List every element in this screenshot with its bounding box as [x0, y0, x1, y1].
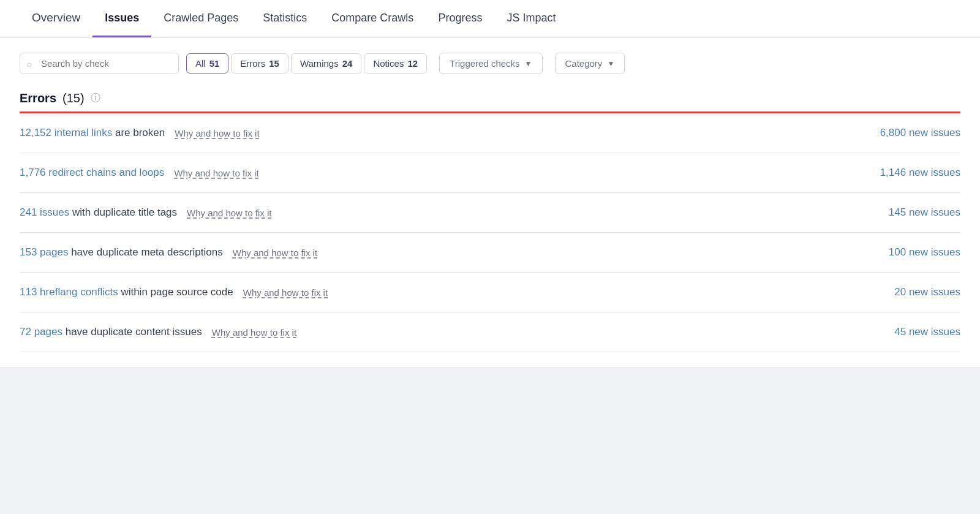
issue-link-4[interactable]: 113 hreflang conflicts — [20, 286, 118, 298]
issue-link-5[interactable]: 72 pages — [20, 326, 62, 338]
table-row: 1,776 redirect chains and loops Why and … — [20, 153, 960, 193]
issue-left-4: 113 hreflang conflicts within page sourc… — [20, 286, 850, 298]
nav-overview[interactable]: Overview — [20, 0, 92, 37]
issue-left-2: 241 issues with duplicate title tags Why… — [20, 206, 850, 219]
issue-text-4: 113 hreflang conflicts within page sourc… — [20, 286, 233, 298]
nav-compare-crawls[interactable]: Compare Crawls — [319, 0, 426, 37]
nav-issues[interactable]: Issues — [92, 0, 151, 37]
info-icon[interactable]: ⓘ — [91, 92, 100, 105]
nav-statistics[interactable]: Statistics — [251, 0, 319, 37]
filter-tabs: All 51 Errors 15 Warnings 24 Notices 12 — [186, 53, 427, 74]
top-nav: Overview Issues Crawled Pages Statistics… — [0, 0, 980, 38]
section-count: (15) — [62, 91, 85, 105]
new-issues-count-2: 145 new issues — [850, 206, 960, 219]
issue-left-1: 1,776 redirect chains and loops Why and … — [20, 167, 850, 179]
filter-tab-warnings[interactable]: Warnings 24 — [291, 53, 362, 74]
filter-tab-all[interactable]: All 51 — [186, 53, 228, 74]
fix-link-0[interactable]: Why and how to fix it — [175, 128, 259, 138]
issue-link-1[interactable]: 1,776 redirect chains and loops — [20, 167, 164, 178]
search-input[interactable] — [20, 53, 179, 74]
issue-left-5: 72 pages have duplicate content issues W… — [20, 326, 850, 338]
issue-left-3: 153 pages have duplicate meta descriptio… — [20, 246, 850, 259]
search-wrapper: ⌕ — [20, 53, 179, 74]
new-issues-count-3: 100 new issues — [850, 246, 960, 259]
table-row: 113 hreflang conflicts within page sourc… — [20, 273, 960, 312]
category-dropdown[interactable]: Category ▼ — [555, 53, 625, 74]
new-issues-count-1: 1,146 new issues — [850, 167, 960, 179]
fix-link-1[interactable]: Why and how to fix it — [174, 168, 258, 178]
fix-link-3[interactable]: Why and how to fix it — [233, 248, 317, 258]
chevron-down-icon: ▼ — [525, 59, 532, 68]
filter-tab-errors[interactable]: Errors 15 — [231, 53, 288, 74]
filter-tab-notices[interactable]: Notices 12 — [364, 53, 427, 74]
table-row: 72 pages have duplicate content issues W… — [20, 312, 960, 352]
nav-progress[interactable]: Progress — [426, 0, 494, 37]
page-container: Overview Issues Crawled Pages Statistics… — [0, 0, 980, 514]
fix-link-5[interactable]: Why and how to fix it — [212, 327, 296, 338]
chevron-down-icon: ▼ — [607, 59, 614, 68]
table-row: 241 issues with duplicate title tags Why… — [20, 193, 960, 233]
issue-link-2[interactable]: 241 issues — [20, 206, 69, 218]
issue-link-3[interactable]: 153 pages — [20, 246, 68, 258]
content-area: ⌕ All 51 Errors 15 Warnings 24 Notices — [0, 38, 980, 367]
new-issues-count-4: 20 new issues — [850, 286, 960, 298]
filter-bar: ⌕ All 51 Errors 15 Warnings 24 Notices — [20, 53, 960, 74]
new-issues-count-0: 6,800 new issues — [850, 127, 960, 139]
issues-list: 12,152 internal links are broken Why and… — [20, 113, 960, 352]
issue-text-2: 241 issues with duplicate title tags — [20, 206, 177, 219]
issue-left-0: 12,152 internal links are broken Why and… — [20, 127, 850, 139]
issue-text-3: 153 pages have duplicate meta descriptio… — [20, 246, 223, 259]
issue-text-1: 1,776 redirect chains and loops — [20, 167, 164, 179]
section-title: Errors — [20, 91, 56, 105]
section-header: Errors (15) ⓘ — [20, 91, 960, 105]
issue-text-5: 72 pages have duplicate content issues — [20, 326, 202, 338]
issue-text-0: 12,152 internal links are broken — [20, 127, 165, 139]
nav-crawled-pages[interactable]: Crawled Pages — [151, 0, 251, 37]
table-row: 153 pages have duplicate meta descriptio… — [20, 233, 960, 273]
table-row: 12,152 internal links are broken Why and… — [20, 113, 960, 153]
triggered-checks-dropdown[interactable]: Triggered checks ▼ — [439, 53, 542, 74]
fix-link-4[interactable]: Why and how to fix it — [243, 287, 328, 298]
nav-js-impact[interactable]: JS Impact — [494, 0, 568, 37]
search-icon: ⌕ — [27, 59, 32, 69]
fix-link-2[interactable]: Why and how to fix it — [187, 208, 271, 218]
new-issues-count-5: 45 new issues — [850, 326, 960, 338]
issue-link-0[interactable]: 12,152 internal links — [20, 127, 112, 138]
